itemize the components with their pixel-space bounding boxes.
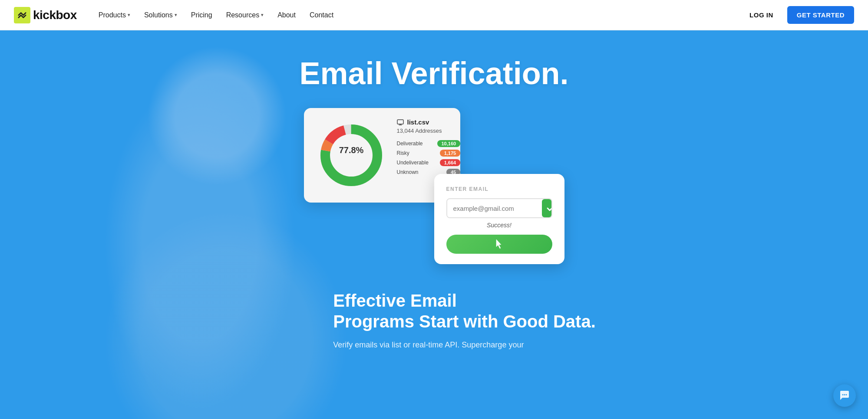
svg-text:77.8%: 77.8% — [339, 145, 363, 155]
svg-rect-5 — [397, 120, 403, 124]
email-input[interactable] — [447, 200, 542, 217]
nav-item-contact[interactable]: Contact — [304, 8, 340, 23]
chevron-down-icon: ▾ — [128, 12, 130, 18]
hero-bottom-text: Effective Email Programs Start with Good… — [246, 290, 622, 351]
cursor-icon — [494, 238, 505, 250]
csv-row-risky: Risky 1,175 — [397, 150, 461, 157]
badge-risky: 1,175 — [440, 150, 461, 157]
nav-item-products[interactable]: Products ▾ — [92, 8, 136, 23]
csv-addresses: 13,044 Addresses — [397, 128, 461, 134]
chevron-down-icon: ▾ — [175, 12, 177, 18]
navbar: kickbox Products ▾ Solutions ▾ Pricing R… — [0, 0, 868, 30]
get-started-button[interactable]: GET STARTED — [787, 6, 854, 24]
donut-chart: 77.8% — [314, 118, 388, 192]
chevron-down-icon: ▾ — [261, 12, 264, 18]
hero-title: Email Verification. — [299, 56, 568, 91]
nav-item-pricing[interactable]: Pricing — [185, 8, 218, 23]
email-input-row — [446, 198, 552, 218]
success-message: Success! — [446, 222, 552, 229]
monitor-icon — [397, 119, 404, 125]
badge-deliverable: 10,160 — [437, 140, 461, 147]
chat-widget-button[interactable] — [833, 384, 856, 407]
nav-item-solutions[interactable]: Solutions ▾ — [138, 8, 183, 23]
csv-stats: Deliverable 10,160 Risky 1,175 Undeliver… — [397, 140, 461, 176]
hero-ui-cards: 77.8% list.csv 13,044 Addresses — [304, 108, 564, 264]
logo-icon — [14, 7, 30, 23]
svg-point-10 — [846, 394, 847, 396]
csv-row-undeliverable: Undeliverable 1,664 — [397, 159, 461, 166]
csv-filename: list.csv — [397, 118, 461, 126]
csv-info: list.csv 13,044 Addresses Deliverable 10… — [397, 118, 461, 176]
nav-links: Products ▾ Solutions ▾ Pricing Resources… — [92, 8, 743, 23]
csv-row-deliverable: Deliverable 10,160 — [397, 140, 461, 147]
hero-content: Email Verification. — [0, 30, 868, 351]
nav-item-about[interactable]: About — [271, 8, 302, 23]
svg-point-9 — [844, 394, 845, 396]
hero-subtitle: Effective Email Programs Start with Good… — [333, 290, 596, 332]
hero-section: Email Verification. — [0, 30, 868, 419]
email-card-label: ENTER EMAIL — [446, 186, 552, 192]
nav-right: LOG IN GET STARTED — [743, 6, 854, 24]
email-verify-card: ENTER EMAIL Success! — [434, 174, 564, 264]
hero-description: Verify emails via list or real-time API.… — [333, 339, 596, 351]
logo-text: kickbox — [33, 8, 77, 22]
svg-point-8 — [842, 394, 844, 396]
nav-item-resources[interactable]: Resources ▾ — [220, 8, 270, 23]
verify-submit-button[interactable] — [446, 235, 552, 254]
logo[interactable]: kickbox — [14, 7, 77, 23]
badge-undeliverable: 1,664 — [440, 159, 461, 166]
email-check-icon — [542, 199, 552, 217]
login-button[interactable]: LOG IN — [743, 8, 780, 22]
chat-icon — [839, 390, 850, 401]
